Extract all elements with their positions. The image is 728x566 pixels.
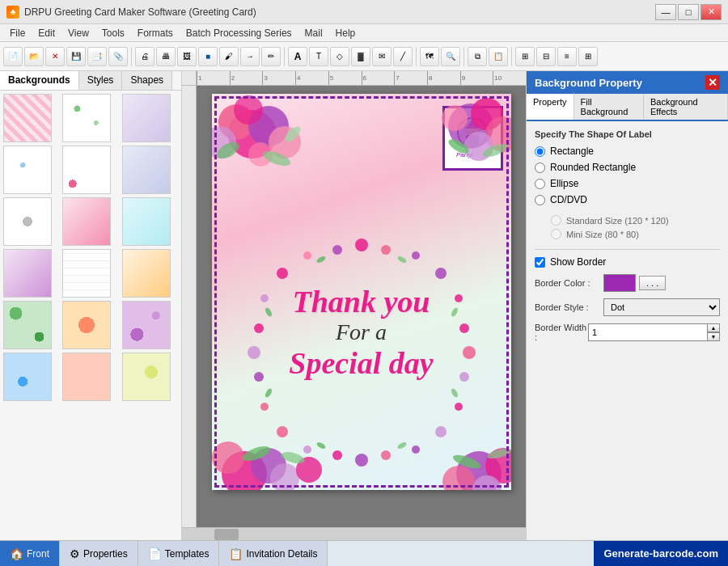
tb-grid[interactable]: ⊞: [515, 47, 535, 66]
flowers-top-right: [341, 94, 511, 231]
tab-background-effects[interactable]: Background Effects: [644, 94, 728, 120]
right-panel-tabs: Property Fill Background Background Effe…: [527, 94, 728, 121]
tb-color[interactable]: ■: [198, 47, 218, 66]
sub-option-standard: Standard Size (120 * 120): [551, 215, 720, 226]
tb-save[interactable]: 💾: [66, 47, 86, 66]
radio-rounded-rect: Rounded Rectangle: [535, 162, 720, 173]
spinbox-up[interactable]: ▲: [707, 323, 720, 332]
tb-print2[interactable]: 🖶: [156, 47, 176, 66]
menu-help[interactable]: Help: [329, 26, 362, 40]
tb-email[interactable]: ✉: [372, 47, 392, 66]
border-width-input[interactable]: 1: [588, 323, 707, 341]
svg-point-46: [260, 403, 269, 411]
list-item[interactable]: [122, 94, 171, 142]
scrollbar-horizontal[interactable]: [182, 527, 526, 540]
tab-templates[interactable]: 📄 Templates: [138, 541, 220, 566]
tb-grid2[interactable]: ⊟: [536, 47, 556, 66]
list-item[interactable]: [62, 146, 111, 194]
border-color-picker-btn[interactable]: . . .: [639, 276, 666, 290]
radio-rounded-rect-input[interactable]: [535, 163, 545, 173]
tab-backgrounds[interactable]: Backgrounds: [0, 71, 79, 90]
radio-rectangle-input[interactable]: [535, 146, 545, 157]
divider1: [535, 249, 720, 250]
border-color-row: Border Color : . . .: [535, 274, 720, 292]
menu-file[interactable]: File: [3, 26, 32, 40]
list-item[interactable]: [3, 197, 52, 246]
menu-edit[interactable]: Edit: [32, 26, 61, 40]
list-item[interactable]: [62, 94, 111, 142]
tab-property[interactable]: Property: [527, 92, 574, 120]
tb-pen[interactable]: ✏: [261, 47, 281, 66]
tab-styles[interactable]: Styles: [79, 71, 123, 90]
spinbox-down[interactable]: ▼: [707, 332, 720, 341]
sub-option-mini-input[interactable]: [551, 229, 561, 239]
greeting-card[interactable]: Party!: [212, 94, 511, 490]
list-item[interactable]: [62, 197, 111, 246]
front-tab-icon: 🏠: [10, 547, 23, 560]
radio-ellipse-input[interactable]: [535, 179, 545, 189]
tb-new[interactable]: 📄: [3, 47, 23, 66]
tb-table[interactable]: ⊞: [578, 47, 598, 66]
list-item[interactable]: [3, 353, 52, 401]
list-item[interactable]: [3, 94, 52, 142]
tb-close[interactable]: ✕: [45, 47, 65, 66]
tab-front[interactable]: 🏠 Front: [0, 541, 60, 566]
border-style-select[interactable]: Solid Dot Dash DashDot: [603, 298, 720, 316]
right-panel-close[interactable]: ✕: [705, 75, 720, 90]
list-item[interactable]: [122, 353, 171, 401]
radio-cddvd-input[interactable]: [535, 195, 545, 205]
scroll-thumb-h[interactable]: [214, 529, 239, 540]
list-item[interactable]: [122, 301, 171, 349]
canvas-area: 1 2 3 4 5 6 7 8 9 10: [182, 71, 526, 540]
title-bar-text: DRPU Greeting Card Maker Software (Greet…: [24, 6, 655, 18]
tb-print[interactable]: 🖨: [135, 47, 154, 66]
list-item[interactable]: [3, 301, 52, 349]
list-item[interactable]: [3, 249, 52, 298]
tab-shapes[interactable]: Shapes: [122, 71, 172, 90]
tab-invitation-details[interactable]: 📋 Invitation Details: [219, 541, 328, 566]
tb-shapes[interactable]: ◇: [330, 47, 349, 66]
tb-img[interactable]: 🖼: [177, 47, 197, 66]
menu-tools[interactable]: Tools: [95, 26, 131, 40]
tb-arrow[interactable]: →: [240, 47, 260, 66]
canvas-inner: Party!: [197, 86, 526, 527]
tab-properties[interactable]: ⚙ Properties: [60, 541, 138, 566]
list-item[interactable]: [62, 353, 111, 401]
toolbar-sep2: [284, 47, 285, 66]
tb-paste[interactable]: 📋: [489, 47, 508, 66]
border-color-swatch[interactable]: [603, 274, 636, 292]
tb-brush[interactable]: 🖌: [219, 47, 239, 66]
menu-formats[interactable]: Formats: [131, 26, 180, 40]
sub-option-standard-input[interactable]: [551, 215, 561, 226]
tb-line[interactable]: ╱: [393, 47, 413, 66]
minimize-button[interactable]: —: [655, 4, 676, 20]
tb-save3[interactable]: 📎: [108, 47, 128, 66]
list-item[interactable]: [62, 301, 111, 349]
tb-textbox[interactable]: T: [309, 47, 328, 66]
tb-barcode[interactable]: ▓: [351, 47, 370, 66]
close-button[interactable]: ✕: [700, 4, 722, 20]
list-item[interactable]: [122, 197, 171, 246]
menu-mail[interactable]: Mail: [298, 26, 329, 40]
tb-open[interactable]: 📂: [24, 47, 44, 66]
maximize-button[interactable]: □: [678, 4, 699, 20]
card-text-line3: Special day: [248, 345, 475, 381]
svg-point-60: [212, 441, 244, 474]
menu-batch[interactable]: Batch Processing Series: [180, 26, 298, 40]
border-width-label: Border Width :: [535, 323, 588, 342]
list-item[interactable]: [3, 146, 52, 194]
sub-option-standard-label: Standard Size (120 * 120): [566, 216, 669, 226]
tb-map[interactable]: 🗺: [420, 47, 439, 66]
list-item[interactable]: [62, 249, 111, 298]
tb-copy[interactable]: ⧉: [468, 47, 487, 66]
tab-fill-background[interactable]: Fill Background: [574, 94, 644, 120]
show-border-checkbox[interactable]: [535, 257, 545, 268]
list-item[interactable]: [122, 249, 171, 298]
svg-point-42: [303, 251, 311, 260]
tb-text[interactable]: A: [288, 47, 307, 66]
list-item[interactable]: [122, 146, 171, 194]
tb-zoom[interactable]: 🔍: [441, 47, 460, 66]
tb-save2[interactable]: 📑: [87, 47, 107, 66]
menu-view[interactable]: View: [61, 26, 95, 40]
tb-align[interactable]: ≡: [557, 47, 577, 66]
